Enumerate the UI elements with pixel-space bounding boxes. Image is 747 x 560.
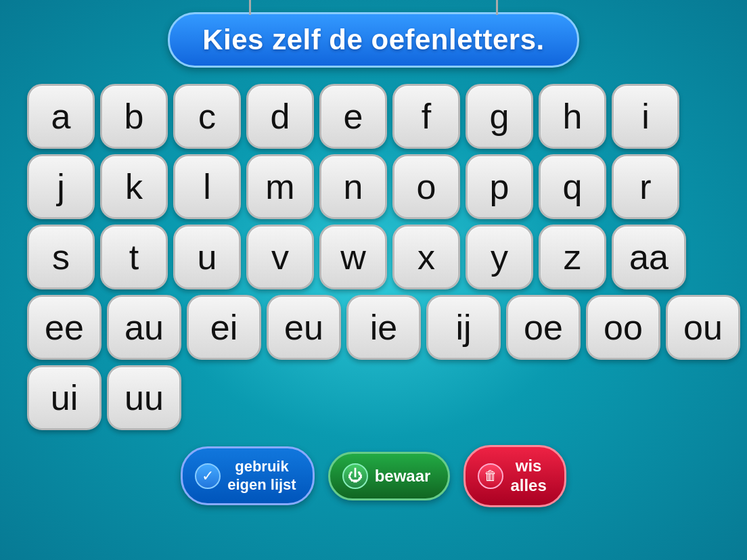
letter-btn-oo[interactable]: oo: [586, 295, 660, 360]
letter-btn-m[interactable]: m: [246, 154, 314, 219]
rope-left: [249, 0, 251, 15]
letter-btn-au[interactable]: au: [107, 295, 181, 360]
letter-btn-ij[interactable]: ij: [426, 295, 501, 360]
letter-btn-y[interactable]: y: [466, 225, 533, 289]
letter-btn-ou[interactable]: ou: [666, 295, 740, 360]
rope-right: [496, 0, 498, 15]
title-container: Kies zelf de oefenletters.: [168, 12, 579, 68]
bottom-buttons: ✓ gebruikeigen lijst ⏻ bewaar 🗑 wisalles: [181, 445, 566, 507]
letter-btn-ie[interactable]: ie: [346, 295, 421, 360]
letter-row-4: uiuu: [27, 365, 181, 430]
letter-btn-z[interactable]: z: [539, 225, 606, 289]
letter-btn-q[interactable]: q: [539, 154, 606, 219]
letter-btn-c[interactable]: c: [173, 84, 241, 149]
letter-btn-x[interactable]: x: [392, 225, 460, 289]
letter-btn-aa[interactable]: aa: [612, 225, 686, 289]
letters-grid: abcdefghijklmnopqrstuvwxyzaaeeaueieuieij…: [0, 84, 747, 430]
letter-btn-ei[interactable]: ei: [187, 295, 261, 360]
gebruik-button-text: gebruikeigen lijst: [227, 458, 296, 494]
bewaar-button-text: bewaar: [375, 467, 431, 486]
letter-btn-t[interactable]: t: [100, 225, 168, 289]
letter-row-0: abcdefghi: [27, 84, 679, 149]
letter-btn-uu[interactable]: uu: [107, 365, 181, 430]
letter-btn-p[interactable]: p: [466, 154, 533, 219]
letter-btn-w[interactable]: w: [319, 225, 387, 289]
letter-btn-ee[interactable]: ee: [27, 295, 101, 360]
letter-btn-d[interactable]: d: [246, 84, 314, 149]
letter-btn-oe[interactable]: oe: [506, 295, 581, 360]
letter-row-2: stuvwxyzaa: [27, 225, 686, 289]
letter-btn-j[interactable]: j: [27, 154, 95, 219]
checkmark-icon: ✓: [195, 463, 221, 489]
letter-btn-v[interactable]: v: [246, 225, 314, 289]
letter-btn-l[interactable]: l: [173, 154, 241, 219]
letter-btn-a[interactable]: a: [27, 84, 95, 149]
letter-btn-r[interactable]: r: [612, 154, 679, 219]
title-banner: Kies zelf de oefenletters.: [168, 12, 579, 68]
letter-btn-i[interactable]: i: [612, 84, 679, 149]
gebruik-eigen-lijst-button[interactable]: ✓ gebruikeigen lijst: [181, 446, 314, 505]
letter-btn-s[interactable]: s: [27, 225, 95, 289]
power-icon: ⏻: [342, 463, 368, 489]
letter-btn-o[interactable]: o: [392, 154, 460, 219]
bewaar-button[interactable]: ⏻ bewaar: [328, 452, 451, 500]
wis-alles-button[interactable]: 🗑 wisalles: [463, 445, 566, 507]
letter-btn-f[interactable]: f: [392, 84, 460, 149]
letter-btn-g[interactable]: g: [466, 84, 533, 149]
letter-btn-e[interactable]: e: [319, 84, 387, 149]
letter-btn-ui[interactable]: ui: [27, 365, 101, 430]
trash-icon: 🗑: [478, 463, 503, 489]
letter-btn-k[interactable]: k: [100, 154, 168, 219]
wis-button-text: wisalles: [510, 457, 546, 496]
letter-btn-b[interactable]: b: [100, 84, 168, 149]
letter-row-3: eeaueieuieijoeooou: [27, 295, 740, 360]
letter-btn-u[interactable]: u: [173, 225, 241, 289]
letter-row-1: jklmnopqr: [27, 154, 679, 219]
letter-btn-n[interactable]: n: [319, 154, 387, 219]
page-title: Kies zelf de oefenletters.: [202, 24, 545, 55]
letter-btn-h[interactable]: h: [539, 84, 606, 149]
letter-btn-eu[interactable]: eu: [267, 295, 341, 360]
